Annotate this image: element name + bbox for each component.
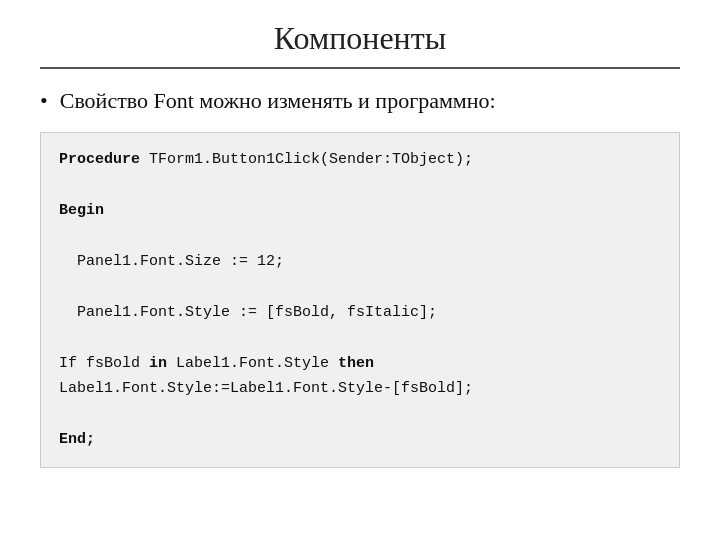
- code-line3: Panel1.Font.Size := 12;: [59, 253, 284, 270]
- keyword-procedure: Procedure: [59, 151, 140, 168]
- code-line5-part1: If fsBold: [59, 355, 149, 372]
- bullet-text: Свойство Font можно изменять и программн…: [60, 87, 496, 116]
- code-block: Procedure TForm1.Button1Click(Sender:TOb…: [40, 132, 680, 468]
- title-divider: [40, 67, 680, 69]
- page-container: Компоненты • Свойство Font можно изменят…: [0, 0, 720, 540]
- bullet-point: • Свойство Font можно изменять и програм…: [40, 87, 680, 116]
- code-line5-part2: Label1.Font.Style: [167, 355, 338, 372]
- bullet-symbol: •: [40, 87, 48, 116]
- code-line1-rest: TForm1.Button1Click(Sender:TObject);: [140, 151, 473, 168]
- code-line6: Label1.Font.Style:=Label1.Font.Style-[fs…: [59, 380, 473, 397]
- keyword-begin: Begin: [59, 202, 104, 219]
- keyword-then: then: [338, 355, 374, 372]
- keyword-end: End;: [59, 431, 95, 448]
- keyword-in: in: [149, 355, 167, 372]
- code-line4: Panel1.Font.Style := [fsBold, fsItalic];: [59, 304, 437, 321]
- page-title: Компоненты: [40, 20, 680, 57]
